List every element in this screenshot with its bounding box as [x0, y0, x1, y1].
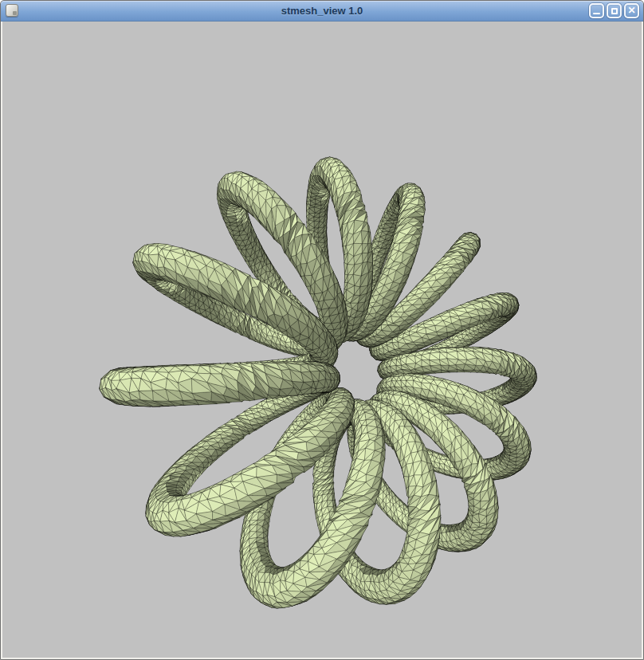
minimize-button[interactable]	[589, 3, 604, 18]
close-icon: ✕	[626, 5, 638, 17]
application-window-icon-glyph	[13, 11, 17, 15]
maximize-icon	[611, 8, 618, 14]
window-title: stmesh_view 1.0	[1, 1, 643, 21]
app-window: stmesh_view 1.0 ✕	[0, 0, 644, 660]
window-controls: ✕	[589, 3, 639, 18]
application-window-icon[interactable]	[6, 4, 18, 17]
maximize-button[interactable]	[607, 3, 622, 18]
close-button[interactable]: ✕	[624, 3, 639, 18]
titlebar[interactable]: stmesh_view 1.0 ✕	[1, 1, 643, 22]
viewport-area	[1, 22, 643, 659]
minimize-icon	[593, 13, 600, 14]
mesh-viewport[interactable]	[2, 22, 642, 658]
